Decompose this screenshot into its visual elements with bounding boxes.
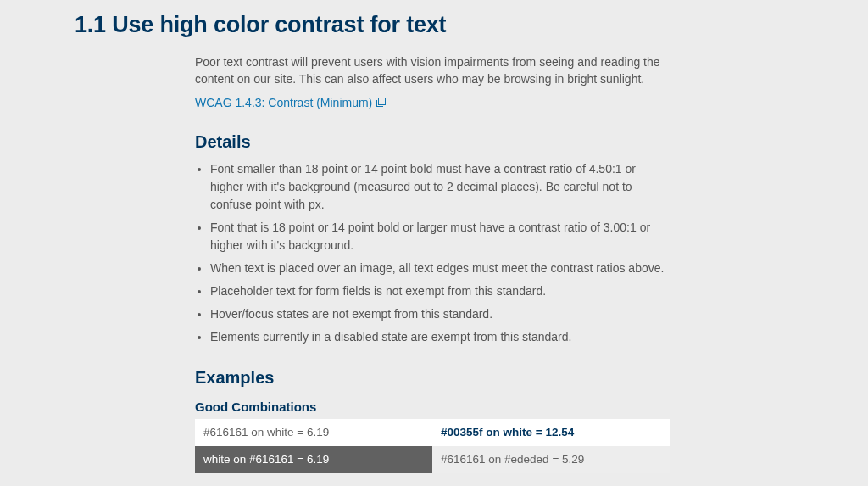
- details-heading: Details: [195, 132, 670, 152]
- combo-cell: #616161 on white = 6.19: [195, 419, 432, 446]
- list-item: When text is placed over an image, all t…: [210, 260, 670, 277]
- list-item: Elements currently in a disabled state a…: [210, 328, 670, 346]
- page-title: 1.1 Use high color contrast for text: [75, 12, 868, 38]
- page: 1.1 Use high color contrast for text Poo…: [0, 0, 868, 486]
- content: Poor text contrast will prevent users wi…: [195, 53, 670, 486]
- details-list: Font smaller than 18 point or 14 point b…: [195, 160, 670, 346]
- examples-heading: Examples: [195, 368, 670, 388]
- good-combinations-table: #616161 on white = 6.19#00355f on white …: [195, 419, 670, 473]
- wcag-link-text: WCAG 1.4.3: Contrast (Minimum): [195, 96, 372, 109]
- intro-text: Poor text contrast will prevent users wi…: [195, 53, 670, 88]
- list-item: Placeholder text for form fields is not …: [210, 282, 670, 300]
- combo-cell: #616161 on #ededed = 5.29: [432, 446, 670, 473]
- good-combinations-heading: Good Combinations: [195, 399, 670, 414]
- combo-cell: white on #616161 = 6.19: [195, 446, 432, 473]
- combo-cell: #00355f on white = 12.54: [432, 419, 670, 446]
- list-item: Font smaller than 18 point or 14 point b…: [210, 160, 670, 214]
- external-link-icon: [376, 98, 386, 107]
- list-item: Font that is 18 point or 14 point bold o…: [210, 219, 670, 254]
- list-item: Hover/focus states are not exempt from t…: [210, 305, 670, 323]
- wcag-link[interactable]: WCAG 1.4.3: Contrast (Minimum): [195, 96, 386, 109]
